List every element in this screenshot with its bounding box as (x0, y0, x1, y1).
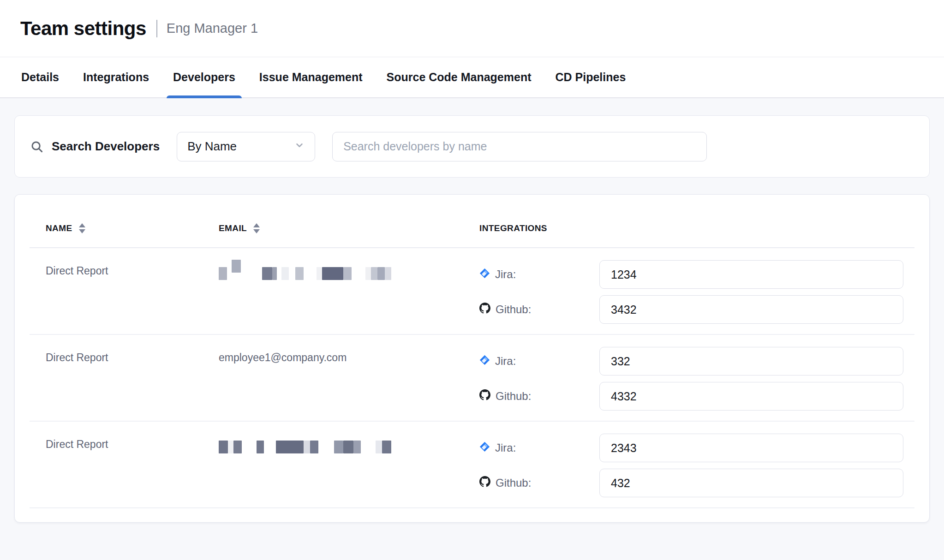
developer-email (219, 260, 479, 324)
table-header-row: NAME EMAIL INTEGRATIONS (30, 195, 914, 248)
jira-id-input[interactable] (599, 347, 903, 375)
jira-icon (479, 268, 490, 281)
jira-integration-row: Jira: (479, 347, 903, 375)
integrations-cell: Jira: Github: (479, 434, 903, 497)
search-developers-label: Search Developers (52, 139, 160, 154)
column-header-email-label: EMAIL (219, 223, 247, 233)
jira-integration-row: Jira: (479, 434, 903, 462)
column-header-name-label: NAME (46, 223, 72, 233)
settings-tabbar: Details Integrations Developers Issue Ma… (0, 57, 944, 98)
integrations-cell: Jira: Github: (479, 260, 903, 324)
github-label: Github: (496, 477, 531, 489)
table-row: Direct Report (30, 248, 914, 335)
column-header-email: EMAIL (219, 223, 479, 233)
search-developers-panel: Search Developers By Name (14, 115, 930, 178)
integrations-cell: Jira: Github: (479, 347, 903, 411)
github-id-input[interactable] (599, 295, 903, 324)
redacted-email (219, 439, 479, 455)
github-icon (479, 476, 490, 490)
tab-cd-pipelines[interactable]: CD Pipelines (549, 57, 633, 97)
developer-email (219, 434, 479, 497)
developer-name: Direct Report (46, 347, 219, 411)
jira-id-input[interactable] (599, 260, 903, 289)
jira-label: Jira: (495, 268, 516, 281)
column-header-integrations: INTEGRATIONS (479, 223, 903, 233)
github-label: Github: (496, 303, 531, 316)
tab-source-code-management[interactable]: Source Code Management (380, 57, 538, 97)
team-name-subtitle: Eng Manager 1 (167, 21, 258, 36)
developer-name: Direct Report (46, 260, 219, 324)
main-content: Search Developers By Name NAME (0, 98, 944, 523)
magnifier-icon (30, 140, 44, 154)
jira-label: Jira: (495, 441, 516, 454)
github-icon (479, 303, 490, 316)
github-id-input[interactable] (599, 382, 903, 411)
jira-label: Jira: (495, 355, 516, 368)
jira-integration-row: Jira: (479, 260, 903, 289)
column-header-integrations-label: INTEGRATIONS (479, 223, 547, 233)
tab-issue-management[interactable]: Issue Management (253, 57, 369, 97)
jira-icon (479, 441, 490, 455)
github-label: Github: (496, 390, 531, 403)
developer-name: Direct Report (46, 434, 219, 497)
jira-id-input[interactable] (599, 434, 903, 462)
github-integration-row: Github: (479, 469, 903, 497)
page-header: Team settings Eng Manager 1 (0, 0, 944, 57)
chevron-down-icon (294, 139, 305, 154)
github-integration-row: Github: (479, 382, 903, 411)
jira-icon (479, 355, 490, 368)
table-row: Direct Report employee1@company.com Jira… (30, 335, 914, 422)
table-row: Direct Report (30, 422, 914, 508)
sort-name-icon[interactable] (78, 223, 86, 233)
search-filter-select[interactable]: By Name (177, 132, 315, 161)
developer-email: employee1@company.com (219, 347, 479, 411)
page-title: Team settings (20, 18, 146, 40)
sort-email-icon[interactable] (253, 223, 260, 233)
tab-developers[interactable]: Developers (167, 57, 242, 97)
developers-table-card: NAME EMAIL INTEGRATIONS (14, 194, 930, 523)
column-header-name: NAME (46, 223, 219, 233)
search-developers-input[interactable] (332, 132, 707, 161)
tab-details[interactable]: Details (15, 57, 66, 97)
search-filter-selected-value: By Name (187, 139, 237, 154)
github-integration-row: Github: (479, 295, 903, 324)
github-icon (479, 389, 490, 403)
title-separator (156, 20, 157, 37)
tab-integrations[interactable]: Integrations (77, 57, 155, 97)
github-id-input[interactable] (599, 469, 903, 497)
redacted-email (219, 266, 479, 281)
